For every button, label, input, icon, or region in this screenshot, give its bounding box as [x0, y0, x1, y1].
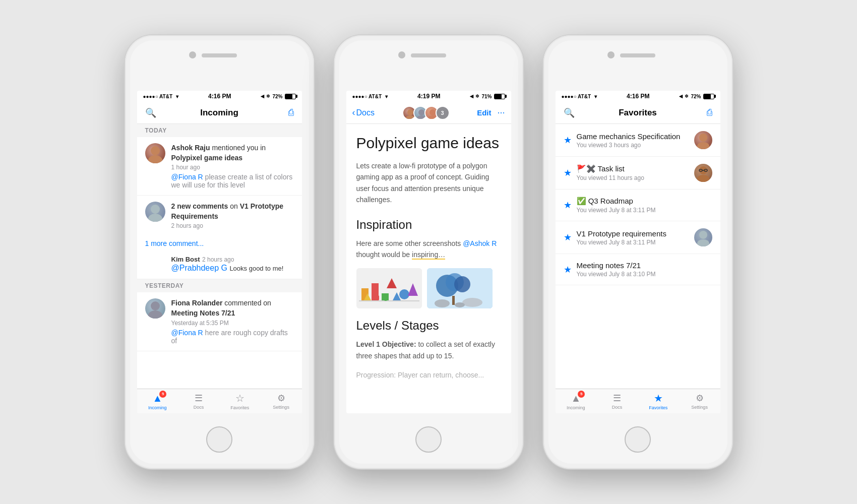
- tab-incoming-badge-fav: ▲ 5: [571, 393, 581, 404]
- svg-point-33: [697, 142, 709, 149]
- sub-time-kim: 2 hours ago: [202, 256, 234, 263]
- nav-title-incoming: Incoming: [200, 108, 238, 118]
- doc-avatar-count: 3: [436, 106, 450, 120]
- signal-dots: ●●●●○ AT&T: [143, 94, 173, 99]
- tab-settings[interactable]: ⚙ Settings: [261, 393, 302, 410]
- tab-settings-label-fav: Settings: [691, 405, 708, 410]
- status-icons: ◀ ✲ 72%: [261, 94, 295, 99]
- fav-title-4: V1 Prototype requirements: [577, 229, 689, 238]
- incoming-content[interactable]: TODAY Ashok Raju mentioned you in Polypi…: [137, 124, 302, 389]
- doc-image-shapes: [356, 268, 422, 308]
- notif-time-fiona: Yesterday at 5:35 PM: [171, 320, 294, 327]
- fav-subtitle-1: You viewed 3 hours ago: [577, 142, 689, 149]
- tab-docs[interactable]: ☰ Docs: [178, 393, 219, 410]
- svg-point-22: [383, 295, 389, 301]
- fav-subtitle-3: You viewed July 8 at 3:11 PM: [577, 207, 712, 214]
- tab-incoming[interactable]: ▲ 5 Incoming: [137, 393, 178, 410]
- fav-item-v1-prototype[interactable]: ★ V1 Prototype requirements You viewed J…: [556, 221, 720, 254]
- notif-v1[interactable]: 2 new comments on V1 Prototype Requireme…: [137, 196, 302, 235]
- svg-point-35: [697, 175, 709, 182]
- doc-actions: Edit ···: [477, 107, 505, 118]
- tab-bar-incoming: ▲ 5 Incoming ☰ Docs ☆ Favorites ⚙: [137, 389, 302, 413]
- fav-avatar-2: [694, 164, 712, 182]
- tab-favorites-icon-active: ★: [654, 392, 663, 404]
- search-icon-fav[interactable]: 🔍: [564, 107, 575, 118]
- tab-docs-icon-fav: ☰: [613, 393, 621, 404]
- tab-settings-icon-fav: ⚙: [696, 393, 704, 404]
- home-button-1[interactable]: [206, 426, 232, 453]
- star-icon-1: ★: [564, 135, 572, 146]
- notif-ashok[interactable]: Ashok Raju mentioned you in Polypixel ga…: [137, 137, 302, 196]
- tab-favorites-label: Favorites: [230, 405, 249, 410]
- doc-images-container: [356, 268, 501, 308]
- tab-docs-label-fav: Docs: [612, 405, 623, 410]
- fav-avatar-4: [694, 228, 712, 246]
- tab-docs-fav[interactable]: ☰ Docs: [596, 393, 638, 410]
- svg-point-17: [399, 289, 409, 299]
- fav-item-meeting-notes[interactable]: ★ Meeting notes 7/21 You viewed July 8 a…: [556, 254, 720, 285]
- edit-button[interactable]: Edit: [477, 108, 491, 117]
- home-button-2[interactable]: [415, 426, 442, 453]
- tab-settings-fav[interactable]: ⚙ Settings: [679, 393, 720, 410]
- wifi-signal: ▾: [176, 94, 178, 99]
- tab-incoming-badge-container: ▲ 5: [152, 393, 162, 404]
- star-icon-3: ★: [564, 200, 572, 211]
- tab-favorites-active[interactable]: ★ Favorites: [638, 392, 679, 410]
- tab-incoming-fav[interactable]: ▲ 5 Incoming: [556, 393, 597, 410]
- tab-favorites[interactable]: ☆ Favorites: [219, 392, 261, 410]
- notif-comment-ashok: @Fiona R please create a list of colors …: [171, 173, 294, 189]
- star-icon-4: ★: [564, 232, 572, 243]
- search-icon[interactable]: 🔍: [145, 107, 156, 118]
- notif-text-ashok: Ashok Raju mentioned you in Polypixel ga…: [171, 143, 294, 163]
- nav-bar-incoming: 🔍 Incoming ⎙: [137, 102, 302, 124]
- phone-favorites: ●●●●○ AT&T ▾ 4:16 PM ◀ ✲ 72%: [543, 35, 732, 469]
- battery-percent-2: 71%: [481, 94, 492, 99]
- status-time-3: 4:16 PM: [627, 93, 649, 100]
- notif-time-v1: 2 hours ago: [171, 222, 294, 229]
- svg-point-2: [151, 205, 160, 214]
- fav-item-q3-roadmap[interactable]: ★ ✅ Q3 Roadmap You viewed July 8 at 3:11…: [556, 190, 720, 221]
- status-carrier-2: ●●●●○ AT&T ▾: [352, 94, 388, 99]
- more-options-icon[interactable]: ···: [497, 107, 505, 118]
- doc-content[interactable]: Polypixel game ideas Lets create a low-f…: [346, 124, 511, 413]
- notif-user-ashok: Ashok Raju: [171, 144, 210, 152]
- screen-document: ●●●●○ AT&T ▾ 4:19 PM ◀ ✲ 71%: [346, 91, 511, 413]
- more-comments-link[interactable]: 1 more comment...: [137, 235, 302, 251]
- svg-rect-21: [374, 295, 379, 300]
- doc-section-levels: Levels / Stages: [356, 319, 501, 333]
- notif-fiona[interactable]: Fiona Rolander commented on Meeting Note…: [137, 292, 302, 351]
- status-icons-2: ◀ ✲ 71%: [470, 94, 505, 99]
- status-bar-3: ●●●●○ AT&T ▾ 4:16 PM ◀ ✲ 72%: [556, 91, 720, 102]
- back-to-docs[interactable]: ‹ Docs: [352, 107, 375, 118]
- svg-rect-19: [359, 300, 419, 301]
- back-chevron-icon: ‹: [352, 107, 355, 118]
- mention-fiona2: @Fiona R: [171, 329, 203, 337]
- badge-incoming-fav: 5: [578, 391, 585, 398]
- phone-incoming: ●●●●○ AT&T ▾ 4:16 PM ◀ ✲ 72%: [125, 35, 314, 469]
- home-button-3[interactable]: [625, 426, 651, 453]
- doc-section-levels-text: Level 1 Objective: to collect a set of e…: [356, 339, 501, 361]
- favorites-content[interactable]: ★ Game mechanics Specification You viewe…: [556, 124, 720, 389]
- status-time: 4:16 PM: [208, 93, 231, 100]
- tab-favorites-icon: ☆: [235, 392, 244, 404]
- fav-item-task-list[interactable]: ★ 🚩✖️ Task list You viewed 11 hours ago: [556, 157, 720, 190]
- sub-user-kim: Kim Bost: [171, 256, 200, 263]
- notif-text-v1: 2 new comments on V1 Prototype Requireme…: [171, 202, 294, 221]
- svg-rect-28: [452, 296, 455, 305]
- compose-icon-fav[interactable]: ⎙: [707, 107, 712, 118]
- svg-point-32: [699, 134, 707, 142]
- screen-incoming: ●●●●○ AT&T ▾ 4:16 PM ◀ ✲ 72%: [137, 91, 302, 413]
- today-header: TODAY: [137, 124, 302, 137]
- fav-item-game-mechanics[interactable]: ★ Game mechanics Specification You viewe…: [556, 124, 720, 157]
- notif-user-fiona: Fiona Rolander: [171, 299, 223, 307]
- fav-title-3: ✅ Q3 Roadmap: [577, 197, 712, 206]
- notif-content-v1: 2 new comments on V1 Prototype Requireme…: [171, 202, 294, 229]
- camera-2: [398, 51, 405, 58]
- compose-icon[interactable]: ⎙: [288, 107, 294, 118]
- bluetooth-icon-2: ✲: [475, 94, 479, 99]
- svg-point-1: [148, 155, 162, 163]
- battery-icon-2: [494, 94, 505, 99]
- svg-point-27: [454, 276, 470, 292]
- avatar-ashok: [145, 143, 165, 163]
- phones-container: ●●●●○ AT&T ▾ 4:16 PM ◀ ✲ 72%: [125, 35, 732, 469]
